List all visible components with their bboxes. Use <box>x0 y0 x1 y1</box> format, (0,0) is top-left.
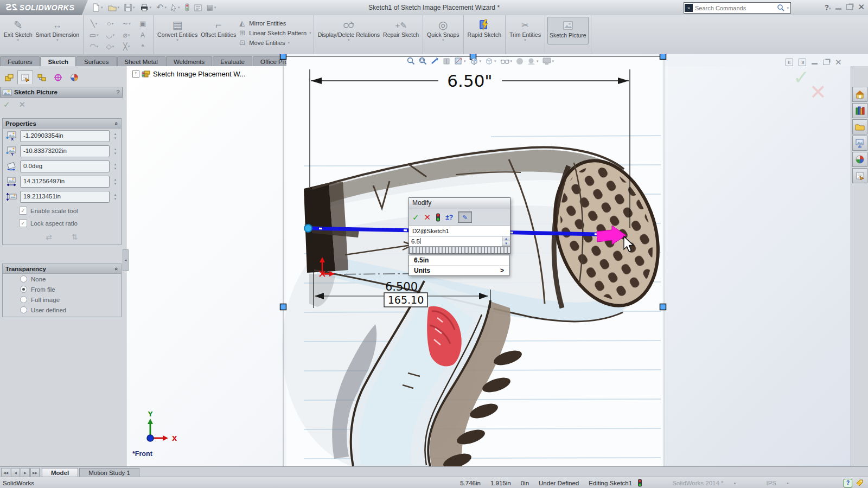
transparency-user-defined-row[interactable]: User defined <box>3 305 121 317</box>
feature-tree-item-label[interactable]: Sketch Image Placement W... <box>153 70 246 78</box>
property-manager-tab[interactable] <box>17 70 33 84</box>
status-units-selector[interactable]: IPS <box>767 480 777 486</box>
image-x-input[interactable]: -1.20903354in <box>20 130 110 142</box>
feature-manager-tab[interactable] <box>1 70 17 85</box>
linear-sketch-pattern-button[interactable]: ⊞ Linear Sketch Pattern▾ <box>238 29 311 37</box>
apply-scene-button[interactable]: ▾ <box>527 57 539 65</box>
tab-features[interactable]: Features <box>0 56 40 66</box>
display-style-button[interactable]: ▾ <box>485 57 496 65</box>
offset-entities-button[interactable]: ⌐ Offset Entities <box>199 17 238 43</box>
transparency-full-image-row[interactable]: Full image <box>3 294 121 305</box>
lasso-select-button[interactable]: ▣ <box>139 20 146 28</box>
tree-expand-icon[interactable]: + <box>132 70 139 78</box>
modify-cancel-icon[interactable]: ✕ <box>424 213 431 222</box>
image-x-spinner[interactable]: ▲▼ <box>112 132 119 140</box>
mirror-entities-button[interactable]: ◭ Mirror Entities <box>238 19 311 27</box>
save-button[interactable]: ▾ <box>124 4 135 11</box>
custom-properties-button[interactable] <box>852 168 867 183</box>
circle-tool-button[interactable]: ○▾ <box>107 20 113 28</box>
pm-help-icon[interactable]: ? <box>116 89 120 95</box>
slot-tool-button[interactable]: ◠▾ <box>90 42 98 50</box>
confirm-cancel-icon[interactable]: ✕ <box>809 80 827 104</box>
dropdown-value-item[interactable]: 6.5in <box>409 255 509 265</box>
file-properties-button[interactable]: ▤▾ <box>207 3 216 11</box>
help-button[interactable]: ?▾ <box>825 3 831 11</box>
file-explorer-button[interactable] <box>852 119 867 134</box>
section-view-button[interactable]: ▾ <box>454 57 466 65</box>
search-icon[interactable] <box>777 4 785 12</box>
rebuild-button[interactable] <box>185 3 189 11</box>
search-input[interactable] <box>693 5 777 11</box>
collapse-chevron-icon[interactable]: « <box>113 267 120 270</box>
transparency-user-defined-radio[interactable] <box>20 306 27 313</box>
modify-dropdown-menu[interactable]: 6.5in Units> <box>409 255 509 276</box>
image-height-input[interactable]: 19.2113451in <box>20 191 110 203</box>
image-y-input[interactable]: -10.83373202in <box>20 145 110 157</box>
trim-entities-button[interactable]: ✂ Trim Entities▾ <box>508 17 542 43</box>
search-commands-box[interactable]: » ▾ <box>684 2 791 14</box>
panel-collapse-handle[interactable]: ◂ <box>123 249 129 271</box>
motion-study-tab[interactable]: Motion Study 1 <box>79 468 139 477</box>
enable-scale-tool-checkbox[interactable]: ✓ <box>19 207 27 215</box>
minimize-button[interactable] <box>835 8 841 10</box>
doc-close-icon[interactable]: ✕ <box>835 57 842 67</box>
doc-restore-icon[interactable] <box>823 60 829 65</box>
exit-sketch-button[interactable]: ✎ Exit Sketch▾ <box>2 17 34 43</box>
rectangle-tool-button[interactable]: ▭▾ <box>90 31 99 39</box>
tab-surfaces[interactable]: Surfaces <box>76 56 116 66</box>
modify-dialog-title[interactable]: Modify <box>409 198 510 209</box>
magnifying-glass-button[interactable] <box>431 57 439 65</box>
feature-tree-root[interactable]: + Sketch Image Placement W... <box>132 70 246 78</box>
move-entities-button[interactable]: ⊡ Move Entities▾ <box>238 38 311 47</box>
show-feature-pane-icon[interactable]: ◧ <box>786 59 793 66</box>
flip-vertical-icon[interactable]: ⇅ <box>72 233 78 241</box>
tab-scroll-first-button[interactable]: ◀◀ <box>1 468 10 477</box>
transparency-none-row[interactable]: None <box>3 274 121 284</box>
transparency-from-file-row[interactable]: From file <box>3 284 121 294</box>
ellipse-tool-button[interactable]: ⌀▾ <box>123 31 130 39</box>
modify-value-field[interactable]: 6.5 ▲▼ <box>409 236 510 247</box>
design-library-button[interactable] <box>852 103 867 118</box>
lock-aspect-ratio-checkbox[interactable]: ✓ <box>19 219 27 227</box>
doc-minimize-icon[interactable] <box>812 63 818 65</box>
image-height-spinner[interactable]: ▲▼ <box>112 193 119 201</box>
transparency-group-header[interactable]: Transparency« <box>3 264 121 274</box>
line-tool-button[interactable]: ╲▾ <box>91 20 97 28</box>
tab-sketch[interactable]: Sketch <box>40 56 76 66</box>
solidworks-resources-button[interactable] <box>852 87 867 102</box>
modify-ok-icon[interactable]: ✓ <box>412 213 419 222</box>
restore-button[interactable] <box>846 4 853 10</box>
spline-tool-button[interactable]: ∼▾ <box>122 20 130 28</box>
modify-thumbwheel[interactable] <box>409 247 510 254</box>
lock-aspect-ratio-row[interactable]: ✓ Lock aspect ratio <box>3 217 121 229</box>
edit-appearance-button[interactable] <box>516 57 524 65</box>
modify-value-spinner[interactable]: ▲▼ <box>502 236 510 246</box>
modify-rebuild-icon[interactable] <box>436 213 441 222</box>
view-orientation-button[interactable]: ▾ <box>470 57 482 65</box>
modify-reverse-icon[interactable]: ±? <box>445 214 453 221</box>
sketch-picture-button[interactable]: Sketch Picture <box>547 17 589 44</box>
display-delete-relations-button[interactable]: Display/Delete Relations▾ <box>316 17 381 43</box>
image-width-spinner[interactable]: ▲▼ <box>112 178 119 185</box>
tab-scroll-prev-button[interactable]: ◀ <box>11 468 20 477</box>
tab-sheet-metal[interactable]: Sheet Metal <box>117 56 165 66</box>
appearances-scenes-button[interactable] <box>852 152 867 167</box>
dropdown-units-item[interactable]: Units> <box>409 265 509 275</box>
smart-dimension-button[interactable]: ↔ Smart Dimension▾ <box>34 17 81 43</box>
configuration-manager-tab[interactable] <box>34 70 49 85</box>
transparency-none-radio[interactable] <box>20 275 27 282</box>
select-button[interactable]: ▾ <box>171 4 180 11</box>
text-tool-button[interactable]: A <box>141 31 145 39</box>
new-document-button[interactable]: ▾ <box>92 3 103 12</box>
tab-office-products[interactable]: Office Products <box>253 56 310 66</box>
flip-horizontal-icon[interactable]: ⇄ <box>46 233 52 241</box>
image-angle-spinner[interactable]: ▲▼ <box>112 163 119 170</box>
dimxpert-manager-tab[interactable] <box>50 70 66 85</box>
show-display-pane-icon[interactable]: ◨ <box>799 59 806 66</box>
enable-scale-tool-row[interactable]: ✓ Enable scale tool <box>3 204 121 217</box>
close-button[interactable]: ✕ <box>858 2 865 12</box>
hide-show-items-button[interactable]: ▾ <box>500 58 513 65</box>
image-width-input[interactable]: 14.31256497in <box>20 176 110 188</box>
modify-value-text[interactable]: 6.5 <box>411 238 420 245</box>
confirm-ok-icon[interactable]: ✓ <box>793 66 809 88</box>
